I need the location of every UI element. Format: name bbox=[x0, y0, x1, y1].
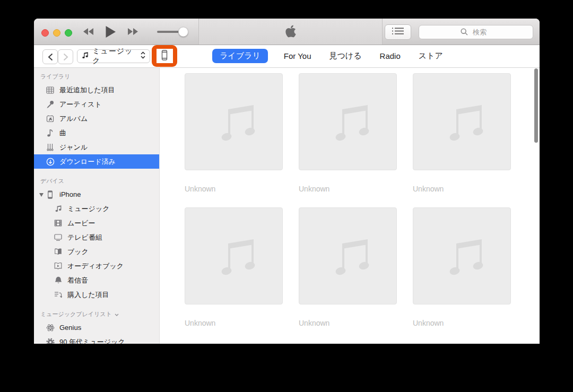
tab-browse[interactable]: 見つける bbox=[327, 49, 363, 63]
volume-track[interactable] bbox=[157, 31, 187, 33]
zoom-button[interactable] bbox=[65, 29, 72, 37]
album-cell[interactable]: Unknown bbox=[299, 73, 397, 193]
album-cell[interactable]: Unknown bbox=[185, 73, 283, 193]
rewind-button[interactable] bbox=[83, 28, 94, 36]
sidebar-header-music-playlists: ミュージックプレイリスト bbox=[34, 308, 159, 320]
volume-slider[interactable] bbox=[157, 19, 191, 45]
sidebar-item-label: アルバム bbox=[59, 114, 88, 124]
volume-knob[interactable] bbox=[178, 27, 188, 37]
tab-for-you[interactable]: For You bbox=[282, 49, 314, 63]
search-input[interactable] bbox=[419, 25, 533, 39]
album-cell[interactable]: Unknown bbox=[413, 73, 511, 193]
placeholder-note-icon bbox=[439, 102, 485, 142]
back-button[interactable] bbox=[42, 49, 58, 64]
album-title: Unknown bbox=[299, 185, 397, 193]
sidebar-header-devices: デバイス bbox=[34, 175, 159, 187]
album-placeholder-art[interactable] bbox=[299, 73, 397, 170]
annotation-highlight bbox=[152, 45, 177, 67]
sidebar-item-label: 着信音 bbox=[67, 276, 88, 285]
tab-store[interactable]: ストア bbox=[416, 49, 445, 63]
sidebar-item-label: Genius bbox=[59, 324, 81, 332]
media-kind-picker[interactable]: ミュージック bbox=[77, 49, 150, 63]
numbered-list-icon bbox=[392, 27, 404, 37]
sidebar: ライブラリ 最近追加した項目 アーティスト bbox=[34, 68, 160, 344]
media-kind-label: ミュージック bbox=[92, 47, 137, 66]
bell-icon bbox=[54, 276, 63, 285]
sidebar-item-device-audiobooks[interactable]: オーディオブック bbox=[34, 259, 159, 273]
toolbar bbox=[34, 19, 540, 45]
itunes-window: ミュージック ライブラリ For You 見つける Radi bbox=[34, 19, 540, 344]
album-cell[interactable]: Unknown bbox=[413, 207, 511, 327]
view-list-button[interactable] bbox=[385, 24, 411, 40]
toolbar-right bbox=[385, 24, 533, 40]
close-button[interactable] bbox=[41, 29, 49, 37]
sidebar-item-genius[interactable]: Genius bbox=[34, 320, 159, 335]
search-field bbox=[419, 25, 533, 39]
sidebar-item-label: 購入した項目 bbox=[67, 290, 109, 300]
transport-controls bbox=[83, 19, 138, 45]
iphone-icon bbox=[161, 50, 168, 63]
fast-forward-button[interactable] bbox=[127, 28, 138, 36]
play-button[interactable] bbox=[105, 25, 116, 38]
forward-button[interactable] bbox=[58, 49, 73, 64]
sidebar-item-label: 最近追加した項目 bbox=[59, 85, 115, 95]
navigation-bar: ミュージック ライブラリ For You 見つける Radi bbox=[34, 45, 540, 68]
window-body: ライブラリ 最近追加した項目 アーティスト bbox=[34, 68, 540, 344]
chevron-down-icon[interactable] bbox=[115, 311, 119, 317]
tv-icon bbox=[54, 233, 63, 242]
sidebar-item-device-music[interactable]: ミュージック bbox=[34, 202, 159, 216]
sidebar-item-label: アーティスト bbox=[59, 100, 102, 109]
sidebar-item-downloaded[interactable]: ダウンロード済み bbox=[34, 154, 159, 169]
sidebar-item-90s-music[interactable]: 90 年代ミュージック bbox=[34, 335, 159, 344]
vertical-scrollbar[interactable] bbox=[534, 68, 538, 143]
sidebar-item-recently-added[interactable]: 最近追加した項目 bbox=[34, 83, 159, 97]
sidebar-item-label: iPhone bbox=[59, 190, 81, 198]
sidebar-item-genres[interactable]: ジャンル bbox=[34, 140, 159, 154]
album-placeholder-art[interactable] bbox=[299, 207, 397, 304]
sidebar-item-device-movies[interactable]: ムービー bbox=[34, 216, 159, 230]
updown-chevrons-icon bbox=[141, 51, 145, 61]
sidebar-item-device-books[interactable]: ブック bbox=[34, 245, 159, 259]
sidebar-item-label: ダウンロード済み bbox=[59, 157, 116, 167]
apple-logo-icon bbox=[284, 23, 297, 40]
album-placeholder-art[interactable] bbox=[413, 207, 511, 304]
album-cell[interactable]: Unknown bbox=[185, 207, 283, 327]
sidebar-item-label: ジャンル bbox=[59, 143, 88, 152]
sidebar-item-label: ブック bbox=[67, 247, 89, 257]
sidebar-item-iphone[interactable]: iPhone bbox=[34, 187, 159, 202]
tab-radio[interactable]: Radio bbox=[378, 49, 403, 63]
film-icon bbox=[54, 219, 63, 228]
disclosure-triangle-icon[interactable] bbox=[39, 190, 44, 198]
sidebar-item-label: 曲 bbox=[59, 128, 66, 138]
sidebar-header-label: ミュージックプレイリスト bbox=[40, 310, 112, 318]
sidebar-item-device-tones[interactable]: 着信音 bbox=[34, 273, 159, 288]
tab-library[interactable]: ライブラリ bbox=[212, 49, 268, 63]
album-icon bbox=[46, 114, 55, 123]
music-note-icon bbox=[82, 51, 89, 62]
sidebar-item-device-tv[interactable]: テレビ番組 bbox=[34, 230, 159, 245]
screenshot-stage: ミュージック ライブラリ For You 見つける Radi bbox=[0, 0, 573, 392]
audiobook-icon bbox=[54, 262, 63, 271]
atom-icon bbox=[46, 323, 55, 332]
album-title: Unknown bbox=[185, 185, 283, 193]
sidebar-item-device-purchased[interactable]: 購入した項目 bbox=[34, 288, 159, 302]
iphone-device-button[interactable] bbox=[157, 49, 173, 63]
album-placeholder-art[interactable] bbox=[185, 73, 283, 170]
album-placeholder-art[interactable] bbox=[413, 73, 511, 170]
sidebar-item-label: オーディオブック bbox=[67, 262, 124, 271]
library-content: Unknown Unknown Unknown bbox=[160, 68, 540, 344]
music-note-icon bbox=[46, 128, 55, 137]
minimize-button[interactable] bbox=[53, 29, 60, 37]
iphone-icon bbox=[46, 190, 55, 199]
purchased-list-icon bbox=[54, 290, 63, 299]
album-placeholder-art[interactable] bbox=[185, 207, 283, 304]
album-cell[interactable]: Unknown bbox=[299, 207, 397, 327]
sidebar-item-albums[interactable]: アルバム bbox=[34, 111, 159, 126]
sidebar-item-songs[interactable]: 曲 bbox=[34, 126, 159, 140]
sidebar-item-artists[interactable]: アーティスト bbox=[34, 97, 159, 111]
album-title: Unknown bbox=[413, 319, 511, 327]
placeholder-note-icon bbox=[211, 102, 257, 142]
book-icon bbox=[54, 247, 63, 256]
album-title: Unknown bbox=[413, 185, 511, 193]
placeholder-note-icon bbox=[439, 236, 485, 276]
